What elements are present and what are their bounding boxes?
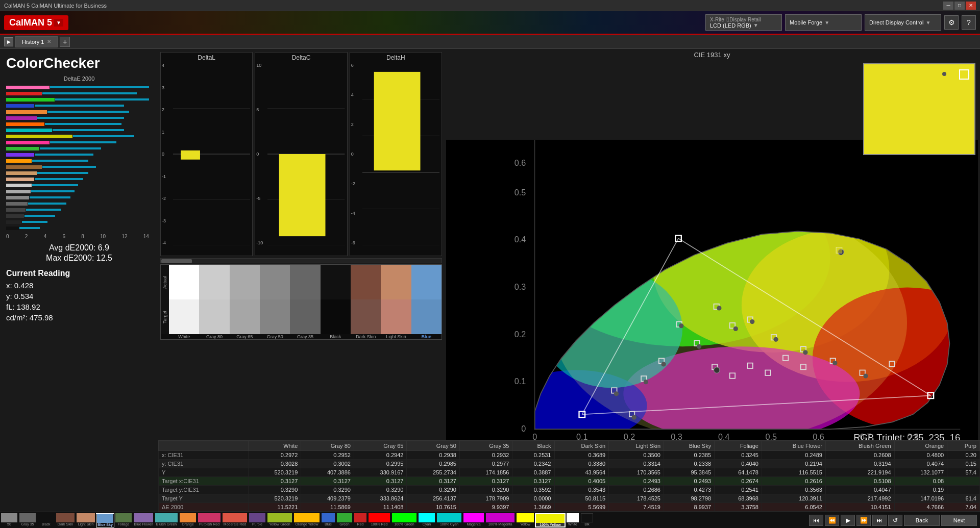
bottom-swatch-bluesky[interactable]: Blue Sky — [96, 513, 114, 527]
bottom-swatch-orangeyellow[interactable]: Orange Yellow — [293, 513, 321, 527]
bottom-swatch-100yellow[interactable]: 100% Yellow — [535, 513, 566, 527]
chart-scrollbar[interactable] — [160, 258, 442, 263]
bottom-swatch-purple[interactable]: Purple — [248, 513, 266, 527]
svg-rect-30 — [6, 178, 34, 181]
nav-next-frame-button[interactable]: ⏩ — [856, 515, 871, 526]
actual-white[interactable] — [169, 265, 199, 299]
deltae-label: DeltaE 2000 — [6, 76, 152, 82]
tab-history1[interactable]: History 1 ✕ — [15, 36, 58, 47]
device3-selector[interactable]: Direct Display Control ▼ — [865, 14, 941, 31]
bottom-swatch-blue[interactable]: Blue — [321, 513, 336, 527]
svg-rect-23 — [35, 154, 93, 156]
actual-black[interactable] — [321, 265, 351, 299]
bottom-swatch-yellowgreen[interactable]: Yellow Green — [266, 513, 293, 527]
bottom-swatch-lightskin[interactable]: Light Skin — [76, 513, 96, 527]
svg-text:0.3: 0.3 — [514, 282, 526, 291]
col-header-black: Black — [512, 441, 554, 451]
deltaC-svg — [267, 63, 345, 245]
svg-text:0.4: 0.4 — [514, 235, 526, 244]
bottom-swatch-50[interactable]: 50 — [0, 513, 18, 527]
col-header-lightskin: Light Skin — [609, 441, 664, 451]
bottom-swatch-foliage[interactable]: Foliage — [114, 513, 133, 527]
yellow-inset — [863, 63, 975, 155]
svg-rect-44 — [6, 220, 21, 224]
target-white — [169, 299, 199, 334]
device1-sublabel: LCD (LED RGB) — [710, 22, 751, 29]
actual-gray50[interactable] — [260, 265, 290, 299]
bottom-swatch-gray35[interactable]: Gray 35 — [18, 513, 37, 527]
col-header-orange: Orange — [894, 441, 947, 451]
device3-inner: Direct Display Control ▼ — [869, 19, 937, 26]
col-header-white: White — [248, 441, 301, 451]
back-button[interactable]: Back — [904, 515, 940, 526]
bottom-swatch-100magenta[interactable]: 100% Magenta — [485, 513, 516, 527]
svg-rect-0 — [6, 86, 50, 89]
minimize-button[interactable]: ─ — [943, 2, 953, 10]
bottom-swatch-blueflower[interactable]: Blue Flower — [133, 513, 154, 527]
svg-point-125 — [614, 391, 619, 396]
target-swatches — [169, 299, 442, 334]
y-value: y: 0.534 — [6, 292, 152, 300]
bottom-swatch-darkskin[interactable]: Dark Skin — [55, 513, 76, 527]
bottom-swatch-cyan[interactable]: Cyan — [418, 513, 436, 527]
bottom-swatch-black2[interactable]: Blk — [580, 513, 594, 527]
device3-arrow: ▼ — [925, 20, 930, 26]
bottom-swatch-white2[interactable]: White — [566, 513, 580, 527]
actual-lightskin[interactable] — [381, 265, 411, 299]
actual-gray80[interactable] — [199, 265, 229, 299]
row-target-Y-label: Target Y — [159, 494, 249, 503]
deltae-bar-chart — [6, 84, 149, 232]
help-button[interactable]: ? — [962, 15, 976, 30]
nav-prev-button[interactable]: ⏪ — [825, 515, 839, 526]
svg-rect-5 — [55, 98, 149, 100]
row-target-y-label: Target y:CIE31 — [159, 486, 249, 494]
nav-first-button[interactable]: ⏮ — [809, 515, 823, 526]
logo-dropdown-button[interactable]: ▼ — [54, 19, 63, 27]
tab-close-icon[interactable]: ✕ — [47, 39, 51, 44]
svg-rect-8 — [6, 110, 47, 114]
nav-last-button[interactable]: ⏭ — [872, 515, 887, 526]
bottom-swatch-yellow[interactable]: Yellow — [516, 513, 535, 527]
svg-rect-19 — [50, 141, 116, 143]
next-button[interactable]: Next — [941, 515, 977, 526]
svg-text:0.6: 0.6 — [514, 158, 526, 167]
bottom-swatch-purplishred[interactable]: Purplish Red — [197, 513, 222, 527]
svg-rect-3 — [42, 92, 137, 94]
close-button[interactable]: ✕ — [966, 2, 976, 10]
svg-point-109 — [733, 326, 738, 331]
bottom-swatch-black[interactable]: Black — [37, 513, 55, 527]
bottom-swatch-red[interactable]: Red — [353, 513, 368, 527]
bottom-swatch-100green[interactable]: 100% Green — [391, 513, 418, 527]
bottom-swatch-orange[interactable]: Orange — [179, 513, 197, 527]
actual-darkskin[interactable] — [351, 265, 381, 299]
actual-gray65[interactable] — [230, 265, 260, 299]
x-value: x: 0.428 — [6, 281, 152, 290]
target-label: Target — [161, 299, 169, 334]
actual-gray35[interactable] — [290, 265, 320, 299]
bottom-swatch-green[interactable]: Green — [336, 513, 353, 527]
device2-selector[interactable]: Mobile Forge ▼ — [785, 14, 862, 31]
bottom-swatch-bluishgreen[interactable]: Bluish Green — [154, 513, 179, 527]
svg-rect-40 — [6, 208, 26, 212]
app-logo[interactable]: CalMAN 5 ▼ — [4, 15, 68, 30]
nav-play-button[interactable]: ▶ — [841, 515, 855, 526]
bottom-swatch-100red[interactable]: 100% Red — [368, 513, 391, 527]
bottom-swatch-magenta[interactable]: Magenta — [462, 513, 485, 527]
actual-bluesky[interactable] — [411, 265, 442, 299]
bottom-swatch-moderatered[interactable]: Moderate Red — [222, 513, 248, 527]
deltaH-title: DeltaH — [350, 53, 442, 63]
nav-loop-button[interactable]: ↺ — [888, 515, 902, 526]
bottom-swatch-100cyan[interactable]: 100% Cyan — [436, 513, 462, 527]
maximize-button[interactable]: □ — [954, 2, 965, 10]
deltaL-chart: DeltaL 43210-1-2-3-4 — [160, 52, 253, 256]
settings-button[interactable]: ⚙ — [944, 15, 959, 30]
table-row-y: y: CIE31 0.30280.30020.29950.29850.29770… — [159, 460, 980, 468]
device1-selector[interactable]: X-Rite i1Display Retail LCD (LED RGB) ▼ — [705, 14, 782, 31]
svg-rect-22 — [6, 153, 34, 157]
tab-play-button[interactable]: ▶ — [4, 37, 13, 46]
target-lightskin — [381, 299, 411, 334]
mini-charts-row: DeltaL 43210-1-2-3-4 — [160, 52, 442, 256]
svg-text:0.2: 0.2 — [514, 330, 526, 339]
svg-rect-27 — [42, 166, 96, 168]
tab-add-button[interactable]: + — [60, 37, 70, 47]
